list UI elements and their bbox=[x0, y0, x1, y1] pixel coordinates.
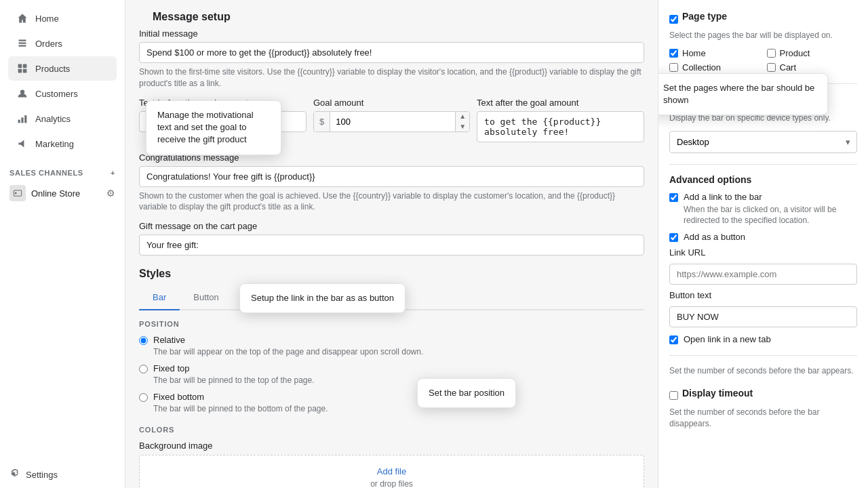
text-before-goal-input[interactable] bbox=[139, 111, 307, 132]
styles-section: Styles Bar Button Advanced POSITION Rela… bbox=[139, 268, 644, 488]
open-new-tab-checkbox[interactable] bbox=[669, 336, 678, 344]
add-channel-icon[interactable]: + bbox=[111, 169, 115, 177]
text-after-goal-col: Text after the goal amount to get the {{… bbox=[477, 98, 644, 144]
products-icon bbox=[16, 62, 28, 75]
page-type-checkbox[interactable] bbox=[669, 15, 678, 24]
page-collection-text: Collection bbox=[682, 62, 721, 73]
initial-message-input[interactable] bbox=[139, 42, 644, 63]
gift-message-input[interactable] bbox=[139, 235, 644, 256]
online-store-settings-icon[interactable]: ⚙ bbox=[106, 188, 115, 199]
tab-button[interactable]: Button bbox=[180, 285, 233, 310]
position-fixed-bottom-label: Fixed bottom bbox=[153, 392, 328, 402]
goal-amount-input[interactable] bbox=[330, 112, 455, 131]
position-relative-item: Relative The bar will appear on the top … bbox=[139, 335, 644, 358]
customers-icon bbox=[16, 87, 28, 100]
button-text-input[interactable] bbox=[669, 306, 857, 327]
display-timeout-checkbox[interactable] bbox=[669, 391, 678, 400]
svg-rect-3 bbox=[18, 64, 22, 68]
position-fixed-bottom-desc: The bar will be pinned to the bottom of … bbox=[153, 403, 328, 415]
page-type-desc: Select the pages the bar will be display… bbox=[669, 30, 857, 41]
sidebar-item-orders-label: Orders bbox=[35, 39, 62, 49]
page-home-label[interactable]: Home bbox=[669, 48, 760, 58]
bg-image-dropzone[interactable]: Add file or drop filesto upload bbox=[139, 455, 644, 488]
add-file-link[interactable]: Add file bbox=[377, 466, 406, 476]
sidebar-item-marketing[interactable]: Marketing bbox=[8, 131, 117, 156]
analytics-icon bbox=[16, 113, 28, 125]
svg-rect-9 bbox=[21, 117, 23, 123]
sales-channels-label: SALES CHANNELS bbox=[9, 169, 83, 177]
right-panel: Set the pages where the bar should be sh… bbox=[658, 0, 868, 488]
online-store-item[interactable]: Online Store ⚙ bbox=[0, 180, 125, 207]
position-fixed-top-radio[interactable] bbox=[139, 365, 148, 373]
device-type-section: Device type Display the bar on specific … bbox=[669, 94, 857, 153]
text-after-goal-input[interactable]: to get the {{product}} absolutely free! bbox=[477, 111, 644, 142]
goal-amount-label: Goal amount bbox=[313, 98, 470, 108]
settings-icon bbox=[8, 468, 19, 481]
link-url-input[interactable] bbox=[669, 264, 857, 285]
sidebar-item-products[interactable]: Products bbox=[8, 56, 117, 81]
page-cart-label[interactable]: Cart bbox=[767, 62, 858, 73]
goal-amount-col: Goal amount $ ▲ ▼ bbox=[313, 98, 470, 132]
device-type-desc: Display the bar on specific device types… bbox=[669, 113, 857, 124]
orders-icon bbox=[16, 37, 28, 49]
divider-2 bbox=[669, 164, 857, 165]
svg-point-12 bbox=[15, 192, 17, 195]
settings-item[interactable]: Settings bbox=[0, 462, 125, 488]
page-product-checkbox[interactable] bbox=[767, 49, 776, 58]
device-type-checkbox[interactable] bbox=[669, 97, 678, 106]
page-cart-text: Cart bbox=[780, 62, 797, 73]
congratulations-label: Congratulations message bbox=[139, 152, 644, 163]
page-home-text: Home bbox=[682, 48, 706, 58]
text-before-goal-label: Text before the goal amount bbox=[139, 98, 307, 108]
position-heading: POSITION bbox=[139, 320, 644, 328]
advanced-options-section: Advanced options Add a link to the bar W… bbox=[669, 174, 857, 345]
sidebar-item-home[interactable]: Home bbox=[8, 6, 117, 30]
svg-rect-1 bbox=[18, 42, 26, 43]
page-type-title: Page type bbox=[682, 11, 727, 22]
position-relative-radio[interactable] bbox=[139, 336, 148, 345]
position-fixed-bottom-radio[interactable] bbox=[139, 393, 148, 402]
svg-rect-8 bbox=[18, 120, 20, 123]
device-select[interactable]: Desktop Mobile All bbox=[669, 131, 857, 153]
page-product-text: Product bbox=[780, 48, 810, 58]
sidebar-item-customers[interactable]: Customers bbox=[8, 81, 117, 106]
page-product-label[interactable]: Product bbox=[767, 48, 858, 58]
sidebar-item-home-label: Home bbox=[35, 14, 59, 24]
tab-bar[interactable]: Bar bbox=[139, 285, 180, 310]
svg-rect-2 bbox=[18, 45, 26, 46]
main-area: Message setup Initial message Shown to t… bbox=[125, 0, 868, 488]
add-link-checkbox[interactable] bbox=[669, 193, 678, 202]
svg-rect-4 bbox=[23, 64, 27, 68]
divider-1 bbox=[669, 83, 857, 84]
spinner-up-button[interactable]: ▲ bbox=[456, 112, 469, 122]
online-store-icon bbox=[9, 185, 26, 201]
position-fixed-top-item: Fixed top The bar will be pinned to the … bbox=[139, 363, 644, 386]
initial-message-label: Initial message bbox=[139, 28, 644, 39]
position-relative-label: Relative bbox=[153, 335, 423, 345]
add-link-row: Add a link to the bar When the bar is cl… bbox=[669, 192, 857, 227]
marketing-icon bbox=[16, 138, 28, 150]
position-fixed-top-desc: The bar will be pinned to the top of the… bbox=[153, 375, 315, 386]
congratulations-input[interactable] bbox=[139, 166, 644, 187]
page-cart-checkbox[interactable] bbox=[767, 63, 776, 72]
colors-heading: COLORS bbox=[139, 426, 644, 434]
page-checkboxes: Home Product Collection Cart bbox=[669, 48, 857, 73]
sidebar: Home Orders Products Customers Analytics bbox=[0, 0, 125, 488]
svg-point-7 bbox=[20, 89, 24, 94]
link-url-section: Link URL bbox=[669, 247, 857, 285]
page-type-section: Page type Select the pages the bar will … bbox=[669, 11, 857, 73]
page-collection-label[interactable]: Collection bbox=[669, 62, 760, 73]
bg-image-label: Background image bbox=[139, 441, 644, 451]
sidebar-item-analytics[interactable]: Analytics bbox=[8, 106, 117, 131]
device-select-wrap: Desktop Mobile All ▾ bbox=[669, 131, 857, 153]
page-collection-checkbox[interactable] bbox=[669, 63, 678, 72]
content-panel: Message setup Initial message Shown to t… bbox=[125, 0, 658, 488]
page-home-checkbox[interactable] bbox=[669, 49, 678, 58]
add-as-button-checkbox[interactable] bbox=[669, 233, 678, 242]
tab-advanced[interactable]: Advanced bbox=[233, 285, 299, 310]
sidebar-item-analytics-label: Analytics bbox=[35, 114, 71, 124]
sidebar-item-orders[interactable]: Orders bbox=[8, 31, 117, 56]
congratulations-desc: Shown to the customer when the goal is a… bbox=[139, 190, 644, 214]
display-timeout-desc: Set the number of seconds before the bar… bbox=[669, 407, 857, 430]
spinner-down-button[interactable]: ▼ bbox=[456, 121, 469, 131]
